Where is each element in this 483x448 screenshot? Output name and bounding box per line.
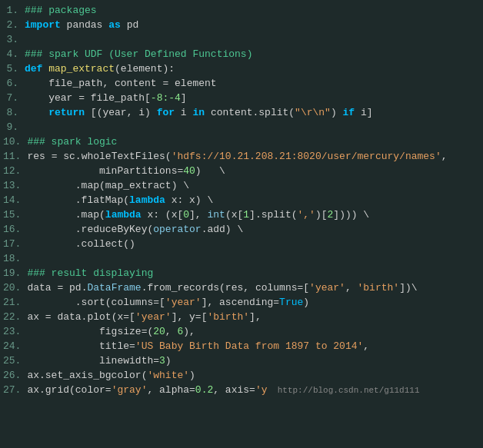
line-number: 12. <box>3 164 27 178</box>
line-content: ax = data.plot(x=['year'], y=['birth'], <box>27 310 261 324</box>
line-content: title='US Baby Birth Data from 1897 to 2… <box>27 339 369 353</box>
code-line: 11.res = sc.wholeTextFiles('hdfs://10.21… <box>0 149 483 164</box>
watermark: http://blog.csdn.net/g11d111 <box>267 386 419 395</box>
code-line: 4.### spark UDF (User Defined Functions) <box>0 47 483 61</box>
line-content: year = file_path[-8:-4] <box>25 91 187 105</box>
line-content: ### spark logic <box>27 134 117 149</box>
line-number: 25. <box>3 353 27 368</box>
code-line: 9. <box>0 120 483 134</box>
line-number: 11. <box>3 149 27 164</box>
line-content: def map_extract(element): <box>25 61 175 76</box>
line-content: ax.grid(color='gray', alpha=0.2, axis='y… <box>27 383 419 398</box>
line-content: ax.set_axis_bgcolor('white') <box>27 368 195 383</box>
line-number: 6. <box>3 76 25 91</box>
line-number: 9. <box>3 120 25 134</box>
line-number: 21. <box>3 295 27 310</box>
line-content: linewidth=3) <box>27 353 171 368</box>
code-editor: 1.### packages2.import pandas as pd3.4.#… <box>0 0 483 448</box>
code-line: 10.### spark logic <box>0 134 483 149</box>
line-number: 14. <box>3 193 27 207</box>
line-number: 5. <box>3 61 25 76</box>
line-number: 10. <box>3 134 27 149</box>
line-number: 8. <box>3 105 25 120</box>
code-line: 17. .collect() <box>0 237 483 251</box>
line-number: 7. <box>3 91 25 105</box>
line-number: 19. <box>3 266 27 280</box>
line-content: .sort(columns=['year'], ascending=True) <box>27 295 309 310</box>
code-line: 8. return [(year, i) for i in content.sp… <box>0 105 483 120</box>
code-line: 1.### packages <box>0 3 483 18</box>
code-line: 20.data = pd.DataFrame.from_records(res,… <box>0 280 483 295</box>
line-content: data = pd.DataFrame.from_records(res, co… <box>27 280 417 295</box>
code-line: 13. .map(map_extract) \ <box>0 178 483 193</box>
line-number: 1. <box>3 3 25 18</box>
line-content: res = sc.wholeTextFiles('hdfs://10.21.20… <box>27 149 447 164</box>
line-number: 16. <box>3 222 27 237</box>
code-line: 16. .reduceByKey(operator.add) \ <box>0 222 483 237</box>
code-line: 27.ax.grid(color='gray', alpha=0.2, axis… <box>0 383 483 398</box>
line-number: 13. <box>3 178 27 193</box>
code-line: 21. .sort(columns=['year'], ascending=Tr… <box>0 295 483 310</box>
line-number: 17. <box>3 237 27 251</box>
line-content: ### spark UDF (User Defined Functions) <box>25 47 252 61</box>
line-content: .map(map_extract) \ <box>27 178 189 193</box>
line-content: .flatMap(lambda x: x) \ <box>27 193 213 207</box>
line-number: 20. <box>3 280 27 295</box>
line-content: ### result displaying <box>27 266 153 280</box>
line-number: 27. <box>3 383 27 397</box>
code-line: 25. linewidth=3) <box>0 353 483 368</box>
line-number: 15. <box>3 207 27 222</box>
line-content: minPartitions=40) \ <box>27 164 225 178</box>
code-line: 22.ax = data.plot(x=['year'], y=['birth'… <box>0 310 483 324</box>
line-number: 4. <box>3 47 25 61</box>
code-line: 18. <box>0 251 483 266</box>
line-content: figsize=(20, 6), <box>27 324 195 339</box>
code-line: 2.import pandas as pd <box>0 18 483 32</box>
line-number: 2. <box>3 18 25 32</box>
line-content: .reduceByKey(operator.add) \ <box>27 222 243 237</box>
code-line: 12. minPartitions=40) \ <box>0 164 483 178</box>
code-line: 6. file_path, content = element <box>0 76 483 91</box>
code-line: 19.### result displaying <box>0 266 483 280</box>
line-number: 3. <box>3 32 25 47</box>
line-number: 18. <box>3 251 27 266</box>
line-number: 24. <box>3 339 27 353</box>
code-line: 26.ax.set_axis_bgcolor('white') <box>0 368 483 383</box>
line-content: .map(lambda x: (x[0], int(x[1].split(','… <box>27 207 369 222</box>
line-number: 26. <box>3 368 27 383</box>
line-content: import pandas as pd <box>25 18 138 32</box>
code-line: 24. title='US Baby Birth Data from 1897 … <box>0 339 483 353</box>
line-content: ### packages <box>25 3 97 18</box>
line-content: .collect() <box>27 237 135 251</box>
code-line: 7. year = file_path[-8:-4] <box>0 91 483 105</box>
code-line: 5.def map_extract(element): <box>0 61 483 76</box>
code-line: 3. <box>0 32 483 47</box>
line-content: return [(year, i) for i in content.split… <box>25 105 373 120</box>
line-number: 23. <box>3 324 27 339</box>
line-number: 22. <box>3 310 27 324</box>
code-line: 23. figsize=(20, 6), <box>0 324 483 339</box>
code-line: 15. .map(lambda x: (x[0], int(x[1].split… <box>0 207 483 222</box>
line-content: file_path, content = element <box>25 76 217 91</box>
code-line: 14. .flatMap(lambda x: x) \ <box>0 193 483 207</box>
